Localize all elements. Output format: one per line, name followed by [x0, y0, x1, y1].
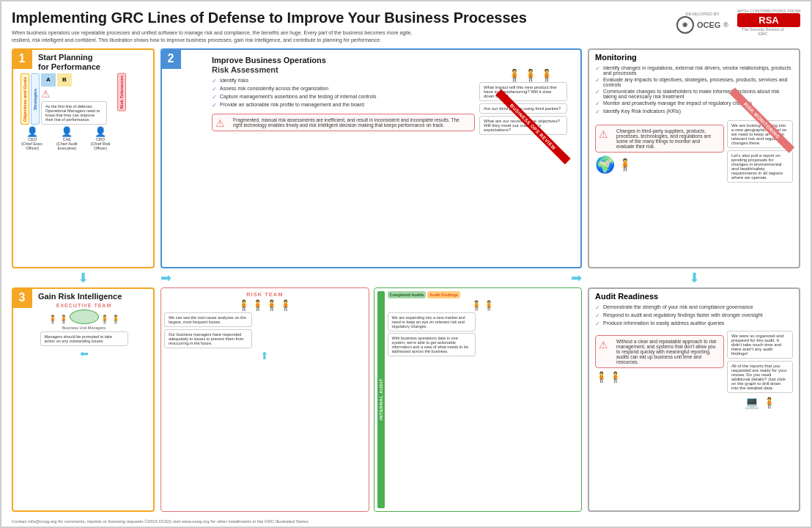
up-arrow-icon: ⬆ — [164, 350, 366, 362]
cae-icon: 👤 — [50, 126, 84, 137]
oceg-circle-icon: ◉ — [676, 16, 694, 34]
audit-warn-area: ⚠ Without a clear and repeatable approac… — [595, 331, 724, 409]
person-exec1-icon: 🧍 — [48, 315, 58, 324]
check-icon-ar3: ✓ — [595, 320, 600, 327]
risk-assessment-title: Risk Assessment — [212, 65, 475, 74]
person-desk-icon: 🧍 — [763, 397, 775, 408]
grid-a: A — [41, 73, 56, 87]
audit-figures: 🧍 🧍 — [388, 300, 579, 311]
figure-biz1: 🧍 — [507, 68, 522, 82]
audit-readiness-checklist: ✓Demonstrate the strength of your risk a… — [595, 304, 793, 328]
audit-person2-icon: 🧍 — [483, 300, 495, 311]
risk-tolerances-label: Risk Tolerances — [117, 73, 126, 111]
check-icon-ar1: ✓ — [595, 304, 600, 311]
checklist-item: ✓Provide an actionable risk profile to m… — [212, 101, 475, 109]
check-green-icon: ✓ — [595, 89, 600, 95]
audit-callout1: We were so organized and prepared for th… — [727, 331, 793, 359]
risk-callout1: We can see the root-cause analyses on th… — [164, 312, 252, 327]
right-arrow-icon2: ➡ — [571, 270, 582, 286]
monitoring-item: ✓Evaluate any impacts to objectives, str… — [595, 76, 793, 88]
audit-person-right1-icon: 🧍 — [595, 371, 608, 383]
arrow-left: ⬇ — [12, 270, 155, 286]
biz-unit-label: Business Unit Managers — [18, 326, 150, 330]
person-green-icon: 🧍 — [523, 68, 538, 82]
audit-callouts: We were so organized and prepared for th… — [727, 331, 793, 409]
warn-triangle-icon2: ⚠ — [599, 128, 608, 140]
risk-checklist: ✓Identify risks ✓Assess risk consistentl… — [212, 77, 475, 109]
main-title: Implementing GRC Lines of Defense to Imp… — [12, 9, 676, 26]
warn-triangle-icon: ⚠ — [215, 117, 225, 129]
audit-item: ✓Demonstrate the strength of your risk a… — [595, 304, 793, 312]
monitoring-callouts: We are looking at going into a new geogr… — [727, 120, 793, 183]
audit-inner: INTERNAL AUDIT Completed Audits Audit Fi… — [377, 291, 579, 508]
check-green-icon: ✓ — [595, 65, 600, 72]
monitoring-bottom: ⚠ Changes in third-party suppliers, prod… — [595, 120, 793, 183]
monitoring-title: Monitoring — [595, 53, 793, 62]
check-icon-ar2: ✓ — [595, 312, 600, 319]
ceo-icon: 👤 — [18, 126, 47, 137]
audit-item: ✓Produce information to easily address a… — [595, 320, 793, 328]
risk-team-figures: 🧍 🧍 🧍 🧍 — [164, 299, 366, 311]
subtitle: When business operators use repeatable p… — [12, 29, 422, 44]
internal-audit-box: INTERNAL AUDIT Completed Audits Audit Fi… — [374, 287, 583, 512]
section2-inner: Risk Assessment ✓Identify risks ✓Assess … — [187, 65, 575, 247]
person-exec3-icon: 🧍 — [100, 315, 110, 324]
section1-number: 1 — [12, 48, 32, 69]
monitoring-warn-area: ⚠ Changes in third-party suppliers, prod… — [595, 120, 724, 183]
person-orange-icon: 🧍 — [507, 68, 522, 82]
check-icon: ✓ — [212, 102, 217, 109]
risk-person1-icon: 🧍 — [237, 299, 250, 311]
audit-callout-expand: We are expanding into a new market and n… — [388, 312, 476, 331]
cro-label: CRO (Chief Risk Officer) — [86, 137, 114, 150]
header: Implementing GRC Lines of Defense to Imp… — [12, 9, 800, 44]
risk-person2-icon: 🧍 — [251, 299, 264, 311]
grid-ab: A B — [41, 73, 114, 87]
bottom-content: 3 Gain Risk Intelligence EXECUTIVE TEAM … — [12, 287, 800, 512]
risk-person3-icon: 🧍 — [265, 299, 278, 311]
biz-figures: 🧍 🧍 🧍 — [479, 68, 554, 82]
strategy-objectives: Objectives and Goals Strategies A B ⚠ As… — [21, 73, 114, 125]
person-exec4-icon: 🧍 — [111, 315, 121, 324]
footer: Contact info@oceg.org for comments, repr… — [12, 519, 800, 524]
cro-icon: 👤 — [86, 126, 114, 137]
section3-title: Gain Risk Intelligence — [13, 289, 153, 301]
section1-callout: As the first line of defense, Operationa… — [41, 101, 107, 125]
check-icon: ✓ — [212, 78, 217, 84]
figures-row: 👤 CEO (Chief Exec. Officer) 👤 CAE (Chief… — [18, 126, 114, 150]
person-exec2-icon: 🧍 — [59, 315, 69, 324]
check-green-icon: ✓ — [595, 109, 600, 115]
audit-readiness-title: Audit Readiness — [595, 292, 793, 301]
completed-audits-badge: Completed Audits — [388, 291, 427, 298]
oceg-text: OCEG — [697, 21, 720, 29]
monitoring-item: ✓Communicate changes to stakeholders to … — [595, 88, 793, 100]
checklist-item: ✓Capture management's assertions and the… — [212, 93, 475, 101]
warning-icon1: ⚠ — [41, 88, 114, 100]
audit-item: ✓Respond to audit and regulatory finding… — [595, 312, 793, 320]
audit-readiness-bottom: ⚠ Without a clear and repeatable approac… — [595, 331, 793, 409]
check-icon: ✓ — [212, 94, 217, 100]
arrow-mid: ➡ ➡ — [160, 270, 582, 286]
section1-title: Start Planning for Performance — [13, 50, 153, 72]
audit-person-right2-icon: 🧍 — [609, 371, 621, 383]
table-oval — [70, 309, 99, 324]
audit-warn-box: ⚠ Without a clear and repeatable approac… — [595, 335, 724, 368]
section1-box: 1 Start Planning for Performance Objecti… — [12, 48, 155, 268]
exec-team-label: EXECUTIVE TEAM — [18, 303, 150, 308]
risk-tolerances: Risk Tolerances — [117, 73, 150, 258]
exec-people: 🧍 🧍 🧍 🧍 — [48, 309, 121, 324]
check-green-icon: ✓ — [595, 77, 600, 84]
audit-readiness-box: Audit Readiness ✓Demonstrate the strengt… — [588, 287, 800, 512]
exec-table-area: 🧍 🧍 🧍 🧍 — [18, 309, 150, 324]
risk-team-label: RISK TEAM — [164, 291, 366, 298]
right-arrow-icon: ➡ — [160, 270, 171, 286]
monitoring-item: ✓Identify Key Risk Indicators (KRIs) — [595, 108, 793, 116]
monitoring-item: ✓Monitor and proactively manage the impa… — [595, 100, 793, 108]
rsa-logo: RSA — [737, 13, 800, 27]
checklist-item: ✓Assess risk consistently across the org… — [212, 85, 475, 93]
figure-biz2: 🧍 — [523, 68, 538, 82]
callout-thirdparty: What impact will this new product line h… — [479, 82, 567, 101]
header-left: Implementing GRC Lines of Defense to Imp… — [12, 9, 676, 44]
risk-team-box: RISK TEAM 🧍 🧍 🧍 🧍 We can see the root-ca… — [160, 287, 369, 512]
arrow-right: ⬇ — [588, 270, 800, 286]
monitoring-callout2: Let's also pull a report on pending prop… — [727, 150, 793, 183]
